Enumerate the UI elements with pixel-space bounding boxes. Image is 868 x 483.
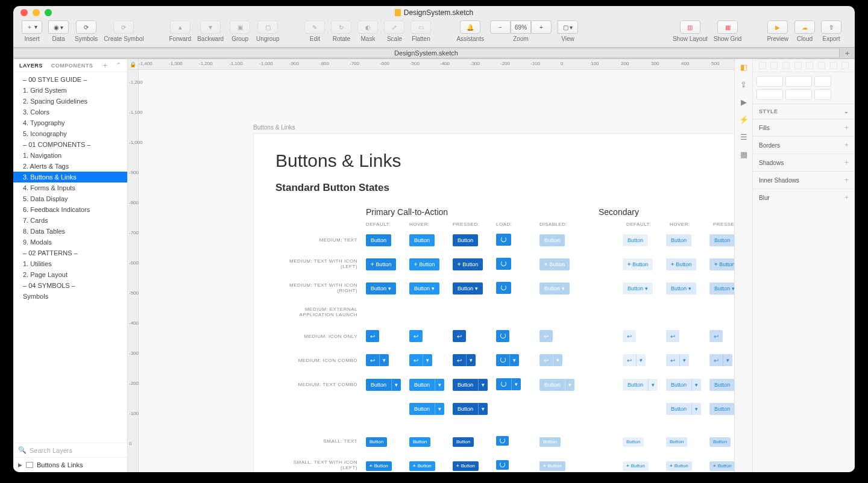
add-shadow-icon[interactable]: + bbox=[844, 158, 849, 167]
tab-document[interactable]: DesignSystem.sketch bbox=[13, 49, 839, 57]
ungroup-button[interactable]: ▢ bbox=[257, 20, 278, 34]
sample-button: Button bbox=[453, 234, 478, 246]
distribute-v-icon[interactable] bbox=[841, 62, 849, 69]
align-top-icon[interactable] bbox=[794, 62, 802, 69]
shadows-section[interactable]: Shadows+ bbox=[753, 154, 855, 171]
ruler-origin[interactable]: 🔒 bbox=[128, 59, 139, 70]
rail-grid-icon[interactable]: ▦ bbox=[740, 150, 747, 159]
mask-button[interactable]: ◐ bbox=[357, 20, 378, 34]
h-field[interactable] bbox=[785, 89, 812, 100]
sample-button bbox=[496, 354, 509, 366]
plus-icon bbox=[414, 261, 417, 267]
assistants-button[interactable]: 🔔 bbox=[460, 20, 480, 34]
layer-item[interactable]: – 02 PATTERNS – bbox=[13, 248, 127, 258]
show-grid-button[interactable]: ▦ bbox=[717, 20, 738, 34]
align-right-icon[interactable] bbox=[782, 62, 790, 69]
layer-item[interactable]: 2. Page Layout bbox=[13, 269, 127, 280]
maximize-icon[interactable] bbox=[45, 9, 52, 16]
align-left-icon[interactable] bbox=[759, 62, 766, 69]
align-middle-icon[interactable] bbox=[806, 62, 813, 69]
lock-field[interactable] bbox=[814, 76, 831, 87]
plus-icon bbox=[543, 463, 546, 469]
zoom-out-button[interactable]: − bbox=[490, 20, 511, 34]
w-field[interactable] bbox=[756, 89, 783, 100]
tab-components[interactable]: COMPONENTS bbox=[51, 63, 93, 69]
sample-combo: Button▾ bbox=[409, 379, 444, 391]
page-selector[interactable]: ▶ Buttons & Links bbox=[13, 457, 127, 472]
show-layout-button[interactable]: ▥ bbox=[680, 20, 700, 34]
data-button[interactable]: ◉ ▾ bbox=[48, 20, 69, 34]
create-symbol-button[interactable]: ⟳ bbox=[113, 20, 134, 34]
add-border-icon[interactable]: + bbox=[844, 141, 849, 149]
layer-item[interactable]: 3. Colors bbox=[13, 107, 127, 117]
rail-list-icon[interactable]: ☰ bbox=[740, 132, 747, 142]
backward-button[interactable]: ▼ bbox=[200, 20, 221, 34]
layer-item[interactable]: 4. Forms & Inputs bbox=[13, 182, 127, 193]
layer-item[interactable]: – 04 SYMBOLS – bbox=[13, 280, 127, 291]
symbols-button[interactable]: ⟳ bbox=[76, 20, 96, 34]
minimize-icon[interactable] bbox=[33, 9, 40, 16]
add-inner-shadow-icon[interactable]: + bbox=[844, 176, 849, 184]
export-button[interactable]: ⇧ bbox=[821, 20, 841, 34]
sample-button bbox=[709, 354, 723, 366]
layer-item[interactable]: 1. Utilities bbox=[13, 258, 127, 269]
artboard-label[interactable]: Buttons & Links bbox=[253, 124, 734, 131]
view-button[interactable]: ▢ ▾ bbox=[558, 20, 578, 34]
sample-combo: Button▾ bbox=[453, 379, 488, 391]
rail-upload-icon[interactable]: ⇪ bbox=[740, 80, 747, 89]
rail-prototype-icon[interactable]: ▶ bbox=[741, 98, 747, 107]
layer-item[interactable]: Symbols bbox=[13, 291, 127, 302]
layer-item[interactable]: 5. Data Display bbox=[13, 193, 127, 204]
layer-item[interactable]: 6. Feedback Indicators bbox=[13, 204, 127, 215]
borders-section[interactable]: Borders+ bbox=[753, 136, 855, 154]
layer-item[interactable]: 4. Typography bbox=[13, 117, 127, 128]
forward-button[interactable]: ▲ bbox=[170, 20, 190, 34]
insert-button[interactable]: ＋ ▾ bbox=[22, 20, 42, 34]
flatten-button[interactable]: ▭ bbox=[410, 20, 431, 34]
cloud-button[interactable]: ☁ bbox=[794, 20, 815, 34]
layer-item[interactable]: 2. Spacing Guidelines bbox=[13, 96, 127, 107]
layer-item[interactable]: 3. Buttons & Links bbox=[13, 172, 127, 182]
rail-bolt-icon[interactable]: ⚡ bbox=[739, 115, 749, 124]
align-center-icon[interactable] bbox=[770, 62, 778, 69]
layer-item[interactable]: 5. Iconography bbox=[13, 128, 127, 139]
group-button[interactable]: ▣ bbox=[230, 20, 250, 34]
layer-list[interactable]: – 00 STYLE GUIDE –1. Grid System2. Spaci… bbox=[13, 72, 127, 443]
canvas-viewport[interactable]: Buttons & Links Buttons & Links Standard… bbox=[139, 70, 734, 472]
layer-item[interactable]: – 01 COMPONENTS – bbox=[13, 139, 127, 150]
filter-icon[interactable]: ⌃ bbox=[116, 61, 121, 69]
align-bottom-icon[interactable] bbox=[818, 62, 825, 69]
add-page-icon[interactable]: + bbox=[102, 61, 107, 70]
rail-design-icon[interactable]: ◧ bbox=[740, 63, 747, 72]
rotate-button[interactable]: ↻ bbox=[331, 20, 351, 34]
inner-shadows-section[interactable]: Inner Shadows+ bbox=[753, 171, 855, 189]
artboard[interactable]: Buttons & Links Standard Button States P… bbox=[253, 133, 734, 472]
layer-item[interactable]: 9. Modals bbox=[13, 237, 127, 248]
scale-button[interactable]: ⤢ bbox=[384, 20, 404, 34]
search-layers-input[interactable]: 🔍 Search Layers bbox=[13, 443, 127, 457]
disclosure-icon: ▶ bbox=[18, 462, 22, 468]
zoom-value[interactable]: 69% bbox=[511, 20, 531, 34]
x-field[interactable] bbox=[756, 76, 783, 87]
layer-item[interactable]: 7. Cards bbox=[13, 215, 127, 226]
layer-item[interactable]: 1. Grid System bbox=[13, 85, 127, 96]
fills-section[interactable]: Fills+ bbox=[753, 119, 855, 136]
tab-layers[interactable]: LAYERS bbox=[19, 63, 43, 69]
layer-item[interactable]: – 00 STYLE GUIDE – bbox=[13, 74, 127, 85]
layer-item[interactable]: 2. Alerts & Tags bbox=[13, 161, 127, 172]
canvas[interactable]: 🔒 -1,400-1,300-1,200-1,100-1,000-900-800… bbox=[128, 59, 734, 472]
add-tab-button[interactable]: + bbox=[839, 49, 855, 58]
chevron-down-icon[interactable]: ⌄ bbox=[844, 108, 849, 114]
blur-section[interactable]: Blur+ bbox=[753, 189, 855, 206]
add-blur-icon[interactable]: + bbox=[844, 193, 849, 202]
distribute-h-icon[interactable] bbox=[830, 62, 837, 69]
add-fill-icon[interactable]: + bbox=[844, 123, 849, 132]
layer-item[interactable]: 1. Navigation bbox=[13, 150, 127, 161]
preview-button[interactable]: ▶ bbox=[767, 20, 788, 34]
close-icon[interactable] bbox=[20, 9, 28, 16]
flip-field[interactable] bbox=[814, 89, 831, 100]
edit-button[interactable]: ✎ bbox=[304, 20, 325, 34]
layer-item[interactable]: 8. Data Tables bbox=[13, 226, 127, 237]
y-field[interactable] bbox=[785, 76, 812, 87]
zoom-in-button[interactable]: + bbox=[531, 20, 552, 34]
